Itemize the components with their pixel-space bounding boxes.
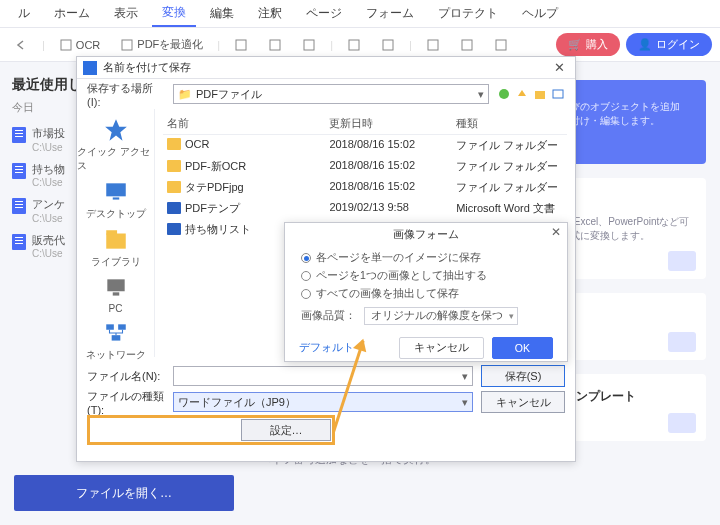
settings-highlight: 設定… (87, 415, 335, 445)
file-row[interactable]: PDFテンプ2019/02/13 9:58Microsoft Word 文書 (163, 198, 567, 219)
menu-protect[interactable]: プロテクト (428, 1, 508, 26)
col-type[interactable]: 種類 (452, 113, 567, 134)
pdf-icon (12, 198, 26, 214)
svg-rect-21 (118, 324, 126, 329)
svg-rect-11 (535, 91, 545, 99)
menu-view[interactable]: 表示 (104, 1, 148, 26)
tool-icon[interactable] (262, 35, 288, 55)
ok-button[interactable]: OK (492, 337, 553, 359)
tool-icon[interactable] (296, 35, 322, 55)
tool-icon[interactable] (375, 35, 401, 55)
back-icon[interactable] (497, 87, 511, 101)
undo-button[interactable] (8, 35, 34, 55)
folder-icon (167, 138, 181, 150)
radio-per-page[interactable]: 各ページを単一のイメージに保存 (301, 249, 551, 267)
place-desktop[interactable]: デスクトップ (77, 177, 154, 223)
svg-rect-16 (106, 234, 126, 249)
menu-page[interactable]: ページ (296, 1, 352, 26)
dialog-title: 名前を付けて保存 (103, 60, 191, 75)
menu-file[interactable]: ル (8, 1, 40, 26)
folder-icon (167, 160, 181, 172)
svg-rect-22 (111, 335, 120, 340)
place-quickaccess[interactable]: クイック アクセス (77, 115, 154, 175)
svg-rect-15 (112, 197, 119, 199)
svg-rect-1 (122, 40, 132, 50)
menu-home[interactable]: ホーム (44, 1, 100, 26)
radio-icon (301, 253, 311, 263)
svg-rect-17 (106, 230, 117, 234)
file-row[interactable]: PDF-新OCR2018/08/16 15:02ファイル フォルダー (163, 156, 567, 177)
image-form-dialog: 画像フォーム ✕ 各ページを単一のイメージに保存 ページを1つの画像として抽出す… (284, 222, 568, 362)
word-icon (167, 223, 181, 235)
tool-icon[interactable] (420, 35, 446, 55)
place-pc[interactable]: PC (77, 273, 154, 316)
svg-rect-9 (496, 40, 506, 50)
radio-icon (301, 289, 311, 299)
user-icon: 👤 (638, 38, 652, 51)
svg-rect-5 (349, 40, 359, 50)
col-name[interactable]: 名前 (163, 113, 325, 134)
pdf-icon (12, 163, 26, 179)
col-date[interactable]: 更新日時 (325, 113, 452, 134)
new-folder-icon[interactable] (533, 87, 547, 101)
image-form-title: 画像フォーム (393, 227, 459, 242)
ocr-button[interactable]: OCR (53, 35, 106, 55)
file-row[interactable]: OCR2018/08/16 15:02ファイル フォルダー (163, 135, 567, 156)
svg-point-10 (499, 89, 509, 99)
view-menu-icon[interactable] (551, 87, 565, 101)
svg-rect-8 (462, 40, 472, 50)
optimize-button[interactable]: PDFを最適化 (114, 34, 209, 55)
folder-icon (167, 181, 181, 193)
word-icon (167, 202, 181, 214)
close-button[interactable]: ✕ (551, 225, 561, 239)
filetype-select[interactable]: ワードファイル（JP9）▾ (173, 392, 473, 412)
menu-form[interactable]: フォーム (356, 1, 424, 26)
menu-annotate[interactable]: 注釈 (248, 1, 292, 26)
quality-label: 画像品質： (301, 309, 356, 323)
location-select[interactable]: 📁PDFファイル▾ (173, 84, 489, 104)
tool-icon[interactable] (228, 35, 254, 55)
filetype-label: ファイルの種類(T): (87, 389, 165, 416)
svg-rect-14 (106, 183, 126, 196)
svg-rect-18 (107, 279, 124, 291)
menu-convert[interactable]: 変換 (152, 0, 196, 27)
menu-help[interactable]: ヘルプ (512, 1, 568, 26)
cancel-button[interactable]: キャンセル (481, 391, 565, 413)
svg-rect-20 (106, 324, 114, 329)
radio-extract-all[interactable]: すべての画像を抽出して保存 (301, 285, 551, 303)
radio-single-image[interactable]: ページを1つの画像として抽出する (301, 267, 551, 285)
folder-icon: 📁 (178, 88, 192, 101)
svg-rect-19 (112, 292, 119, 295)
svg-rect-3 (270, 40, 280, 50)
svg-rect-6 (383, 40, 393, 50)
buy-button[interactable]: 🛒購入 (556, 33, 620, 56)
tool-icon[interactable] (488, 35, 514, 55)
pdf-icon (12, 127, 26, 143)
up-icon[interactable] (515, 87, 529, 101)
svg-rect-2 (236, 40, 246, 50)
combine-icon (668, 332, 696, 352)
main-menu: ル ホーム 表示 変換 編集 注釈 ページ フォーム プロテクト ヘルプ (0, 0, 720, 28)
location-label: 保存する場所(I): (87, 81, 165, 108)
cancel-button[interactable]: キャンセル (399, 337, 484, 359)
open-file-button[interactable]: ファイルを開く… (14, 475, 234, 511)
quality-select[interactable]: オリジナルの解像度を保つ (364, 307, 518, 325)
login-button[interactable]: 👤ログイン (626, 33, 712, 56)
file-row[interactable]: タテPDFjpg2018/08/16 15:02ファイル フォルダー (163, 177, 567, 198)
svg-rect-4 (304, 40, 314, 50)
settings-button[interactable]: 設定… (241, 419, 331, 441)
places-bar: クイック アクセス デスクトップ ライブラリ PC ネットワーク (77, 109, 155, 357)
convert-icon (668, 251, 696, 271)
svg-marker-13 (105, 119, 127, 141)
close-button[interactable]: ✕ (550, 60, 569, 75)
save-button[interactable]: 保存(S) (481, 365, 565, 387)
filename-label: ファイル名(N): (87, 369, 165, 384)
place-library[interactable]: ライブラリ (77, 225, 154, 271)
place-network[interactable]: ネットワーク (77, 318, 154, 364)
tool-icon[interactable] (454, 35, 480, 55)
filename-input[interactable]: ▾ (173, 366, 473, 386)
default-button[interactable]: デフォルト (299, 341, 354, 355)
tool-icon[interactable] (341, 35, 367, 55)
menu-edit[interactable]: 編集 (200, 1, 244, 26)
svg-rect-0 (61, 40, 71, 50)
